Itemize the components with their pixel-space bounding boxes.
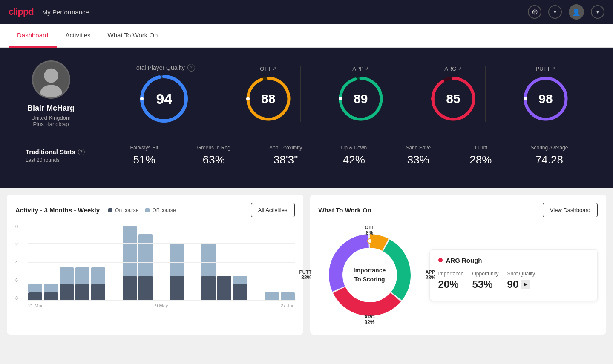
work-card-header: What To Work On View Dashboard [319, 203, 598, 217]
bar-on-course [138, 276, 153, 301]
importance-metric: Importance 20% [438, 271, 464, 290]
bar-stack [123, 226, 137, 301]
legend-dot-on [108, 208, 112, 212]
bar-off-course [123, 226, 137, 276]
arg-circle: 85 [430, 75, 477, 122]
player-avatar [32, 60, 70, 99]
bar-off-course [91, 267, 105, 284]
total-value: 94 [156, 90, 172, 107]
svg-point-24 [368, 307, 372, 311]
bar-on-course [217, 276, 231, 301]
bar-off-course [60, 267, 74, 284]
tab-what-to-work-on[interactable]: What To Work On [99, 24, 167, 48]
bar-group [170, 243, 184, 301]
bar-group [201, 243, 216, 301]
stat-fairways: Fairways Hit 51% [130, 145, 158, 166]
bar-stack [265, 292, 279, 301]
highlight-card-title: ARG Rough [438, 257, 589, 264]
svg-point-16 [524, 97, 527, 100]
putt-segment-label: PUTT32% [299, 269, 312, 281]
stat-value: 33% [406, 153, 431, 166]
opportunity-label: Opportunity [472, 271, 499, 277]
stat-label: 1 Putt [469, 145, 492, 151]
bar-stack [170, 243, 184, 301]
total-circle: 94 [138, 73, 190, 124]
bar-on-course [123, 276, 137, 301]
player-info: Blair McHarg United Kingdom Plus Handica… [13, 60, 98, 127]
info-icon[interactable]: ? [187, 64, 195, 72]
chevron-down-icon[interactable]: ▼ [548, 5, 562, 19]
bar-group [91, 267, 105, 301]
stat-value: 51% [130, 153, 158, 166]
stat-value: 38'3" [269, 153, 302, 166]
importance-label: Importance [438, 271, 464, 277]
opportunity-metric: Opportunity 53% [472, 271, 499, 290]
shot-quality-label: Shot Quality [507, 271, 535, 277]
score-card-arg: ARG ↗ 85 [421, 66, 486, 122]
stat-value: 42% [341, 153, 367, 166]
bar-group [281, 292, 295, 301]
stat-label: Fairways Hit [130, 145, 158, 151]
stat-label: Up & Down [341, 145, 367, 151]
activity-header-left: Activity - 3 Months - Weekly On course O… [15, 206, 176, 214]
bar-group [60, 267, 74, 301]
bar-on-course [201, 276, 216, 301]
top-nav: clippd My Performance ⊕ ▼ 👤 ▼ [0, 0, 613, 24]
bar-off-course [265, 292, 279, 301]
grid-line [28, 243, 295, 244]
arg-value: 85 [446, 92, 460, 106]
chevron-down-icon-2[interactable]: ▼ [591, 5, 604, 19]
stat-value: 63% [197, 153, 230, 166]
shot-quality-metric: Shot Quality 90 ▶ [507, 271, 535, 290]
bar-stack [201, 243, 216, 301]
nav-title: My Performance [42, 9, 89, 16]
bar-stack [60, 267, 74, 301]
bar-group [233, 276, 247, 301]
score-card-app: APP ↗ 89 [329, 66, 393, 122]
highlight-card: ARG Rough Importance 20% Opportunity 53%… [429, 249, 598, 301]
trad-info-icon[interactable]: ? [78, 149, 85, 155]
tab-activities[interactable]: Activities [57, 24, 99, 48]
svg-point-0 [44, 69, 58, 83]
bar-on-course [60, 284, 74, 301]
activity-title: Activity - 3 Months - Weekly [15, 206, 100, 214]
player-country: United Kingdom [31, 115, 71, 121]
bar-off-course [201, 243, 216, 276]
bar-off-course [138, 234, 153, 275]
stat-label: Sand Save [406, 145, 431, 151]
bar-stack [28, 284, 42, 301]
bar-chart: 8 6 4 2 0 21 Mar 9 May 27 Jun [15, 224, 295, 318]
add-button[interactable]: ⊕ [528, 5, 541, 19]
score-card-ott: OTT ↗ 88 [236, 66, 301, 122]
legend-dot-off [145, 208, 150, 212]
app-segment-label: APP28% [425, 269, 435, 281]
legend-on-course: On course [108, 207, 138, 213]
stat-label: Greens In Reg [197, 145, 230, 151]
stat-proximity: App. Proximity 38'3" [269, 145, 302, 166]
bar-off-course [233, 276, 247, 284]
bar-stack [217, 276, 231, 301]
player-handicap: Plus Handicap [33, 121, 69, 127]
bar-stack [138, 234, 153, 301]
arg-label: ARG ↗ [444, 66, 462, 72]
arrow-icon: ▶ [521, 280, 530, 289]
bar-off-course [28, 284, 42, 292]
total-score-card: Total Player Quality ? 94 [121, 64, 208, 124]
bar-group [217, 276, 231, 301]
avatar[interactable]: 👤 [569, 4, 584, 20]
stat-1putt: 1 Putt 28% [469, 145, 492, 166]
bar-group [44, 284, 58, 301]
ott-circle: 88 [245, 75, 292, 122]
all-activities-button[interactable]: All Activities [251, 203, 295, 217]
putt-trend-icon: ↗ [552, 66, 555, 72]
bar-off-course [170, 243, 184, 276]
score-cards: Total Player Quality ? 94 OTT ↗ [98, 64, 600, 124]
stat-items: Fairways Hit 51% Greens In Reg 63% App. … [111, 145, 587, 166]
tab-dashboard[interactable]: Dashboard [9, 24, 57, 48]
bar-stack [91, 267, 105, 301]
view-dashboard-button[interactable]: View Dashboard [543, 203, 598, 217]
logo-text: clippd [9, 6, 34, 17]
traditional-stats: Traditional Stats ? Last 20 rounds Fairw… [13, 136, 600, 175]
nav-right: ⊕ ▼ 👤 ▼ [528, 4, 604, 20]
ott-trend-icon: ↗ [273, 66, 276, 72]
